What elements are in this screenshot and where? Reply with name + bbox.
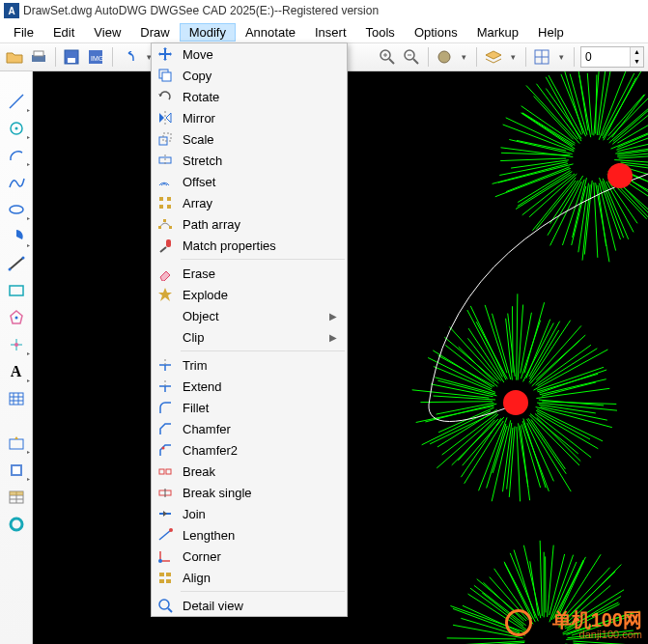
- menu-item-erase[interactable]: Erase: [152, 263, 347, 284]
- zoom-in-button[interactable]: [377, 45, 397, 69]
- hatch-tool[interactable]: [5, 388, 28, 409]
- menu-item-label: Offset: [179, 175, 341, 189]
- table-tool[interactable]: [5, 487, 28, 508]
- join-icon: [152, 506, 179, 521]
- svg-point-20: [10, 206, 23, 213]
- svg-rect-75: [166, 469, 171, 474]
- window-title: DrawSet.dwg AutoDWG DWGSee CAD 2025(E:)-…: [23, 4, 379, 17]
- node-marker: [503, 390, 528, 415]
- trim-icon: [152, 357, 179, 373]
- layer-button[interactable]: [483, 45, 503, 69]
- menu-tools[interactable]: Tools: [356, 23, 405, 42]
- menu-item-lengthen[interactable]: Lengthen: [152, 524, 347, 546]
- menu-item-detail-view[interactable]: Detail view: [152, 595, 347, 616]
- point-tool[interactable]: ▸: [5, 334, 28, 355]
- menu-item-align[interactable]: Align: [152, 567, 347, 588]
- menu-item-object[interactable]: Object▶: [152, 305, 347, 326]
- save-img-button[interactable]: IMG: [86, 45, 106, 69]
- insert-tool[interactable]: ▸: [5, 460, 28, 481]
- menu-item-array[interactable]: Array: [152, 192, 347, 213]
- spin-up[interactable]: ▲: [630, 47, 643, 57]
- menu-markup[interactable]: Markup: [467, 23, 528, 42]
- style-dropdown[interactable]: ▾: [459, 52, 470, 62]
- menu-item-label: Chamfer2: [179, 443, 341, 458]
- spline-tool[interactable]: [5, 172, 28, 193]
- svg-line-81: [159, 530, 171, 540]
- open-button[interactable]: [4, 45, 24, 69]
- rect-tool[interactable]: [5, 280, 28, 301]
- menu-help[interactable]: Help: [528, 23, 574, 42]
- text-tool[interactable]: A▸: [5, 361, 28, 382]
- chamfer2-icon: [152, 442, 179, 458]
- break-icon: [152, 463, 179, 479]
- menu-item-rotate[interactable]: Rotate: [152, 86, 347, 107]
- layer-dropdown[interactable]: ▾: [507, 52, 519, 62]
- menu-edit[interactable]: Edit: [43, 23, 84, 42]
- undo-button[interactable]: [119, 45, 139, 69]
- menu-item-join[interactable]: Join: [152, 503, 347, 524]
- menu-draw[interactable]: Draw: [130, 23, 179, 42]
- menu-item-break[interactable]: Break: [152, 461, 347, 482]
- donut-tool[interactable]: [5, 514, 28, 535]
- dim-tool[interactable]: [5, 253, 28, 274]
- menu-item-path-array[interactable]: Path array: [152, 213, 347, 235]
- line-tool[interactable]: ▸: [5, 91, 28, 112]
- menu-item-label: Scale: [179, 132, 341, 147]
- zoom-out-button[interactable]: [401, 45, 421, 69]
- menu-item-trim[interactable]: Trim: [152, 354, 347, 376]
- svg-marker-52: [166, 113, 171, 123]
- menu-file[interactable]: File: [4, 23, 43, 42]
- menu-modify[interactable]: Modify: [180, 23, 236, 42]
- arc-tool[interactable]: ▸: [5, 145, 28, 166]
- menu-item-label: Array: [179, 196, 341, 210]
- print-button[interactable]: [28, 45, 48, 69]
- menu-item-extend[interactable]: Extend: [152, 376, 347, 397]
- menu-item-copy[interactable]: Copy: [152, 65, 347, 86]
- match-prop-icon: [152, 238, 179, 253]
- pie-tool[interactable]: ▸: [5, 226, 28, 247]
- menu-view[interactable]: View: [84, 23, 130, 42]
- menu-item-stretch[interactable]: Stretch: [152, 150, 347, 171]
- svg-rect-61: [167, 205, 171, 209]
- menu-item-chamfer[interactable]: Chamfer: [152, 418, 347, 439]
- menu-item-chamfer2[interactable]: Chamfer2: [152, 439, 347, 461]
- number-input[interactable]: 0 ▲▼: [580, 46, 644, 68]
- svg-rect-43: [10, 491, 23, 495]
- watermark-logo: [505, 609, 532, 636]
- break-single-icon: [152, 485, 179, 500]
- menu-insert[interactable]: Insert: [305, 23, 356, 42]
- menu-options[interactable]: Options: [405, 23, 467, 42]
- offset-icon: [152, 174, 179, 189]
- grid-button[interactable]: [532, 45, 552, 69]
- save-button[interactable]: [61, 45, 81, 69]
- spin-down[interactable]: ▼: [630, 57, 643, 67]
- extend-icon: [152, 378, 179, 394]
- menu-item-clip[interactable]: Clip▶: [152, 326, 347, 348]
- svg-rect-59: [167, 197, 171, 201]
- menu-item-match-properties[interactable]: Match properties: [152, 235, 347, 256]
- circle-tool[interactable]: ▸: [5, 118, 28, 139]
- move-icon: [152, 46, 179, 62]
- style-button[interactable]: [434, 45, 454, 69]
- menu-item-scale[interactable]: Scale: [152, 128, 347, 150]
- menu-annotate[interactable]: Annotate: [236, 23, 305, 42]
- detail-view-icon: [152, 598, 179, 613]
- svg-rect-87: [166, 579, 171, 583]
- menu-item-mirror[interactable]: Mirror: [152, 107, 347, 128]
- menu-item-label: Rotate: [179, 90, 341, 104]
- menu-item-corner[interactable]: Corner: [152, 546, 347, 567]
- scale-icon: [152, 131, 179, 147]
- menu-item-offset[interactable]: Offset: [152, 171, 347, 192]
- ellipse-tool[interactable]: ▸: [5, 199, 28, 220]
- svg-rect-1: [34, 51, 43, 56]
- block-tool[interactable]: ▸: [5, 433, 28, 454]
- menu-item-fillet[interactable]: Fillet: [152, 397, 347, 418]
- polygon-tool[interactable]: [5, 307, 28, 328]
- menu-item-label: Join: [179, 507, 341, 521]
- copy-icon: [152, 68, 179, 83]
- menu-item-explode[interactable]: Explode: [152, 284, 347, 305]
- menu-item-break-single[interactable]: Break single: [152, 482, 347, 503]
- menu-item-move[interactable]: Move: [152, 43, 347, 65]
- grid-dropdown[interactable]: ▾: [556, 52, 568, 62]
- number-value[interactable]: 0: [581, 50, 630, 64]
